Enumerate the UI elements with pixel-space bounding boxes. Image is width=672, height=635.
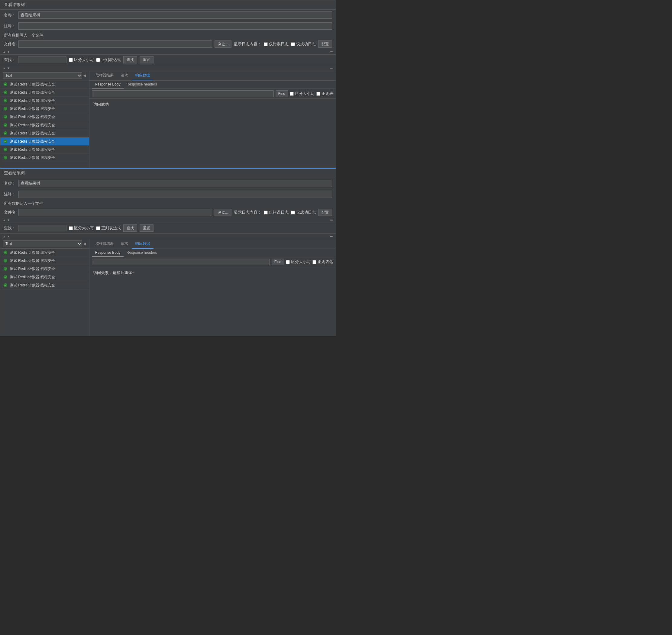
regex-check-1[interactable] [96, 58, 100, 62]
log-display-label-1: 显示日志内容： [234, 41, 261, 47]
regex-checkbox-2[interactable]: 正则表达式 [96, 225, 121, 231]
search-input-1[interactable] [18, 57, 66, 63]
splitter-btn-1[interactable]: ◀ [82, 73, 87, 78]
comment-input-2[interactable] [18, 191, 332, 198]
name-label-1: 名称： [4, 13, 16, 18]
list-item-2-4[interactable]: 测试 Redis 计数器-线程安全 [0, 281, 89, 289]
list-item-1-6[interactable]: 测试 Redis 计数器-线程安全 [0, 129, 89, 137]
splitter-btn-2[interactable]: ◀ [82, 242, 87, 246]
tab-request-2[interactable]: 请求 [117, 239, 132, 249]
name-label-2: 名称： [4, 181, 16, 186]
find-case-checkbox-2[interactable]: 区分大小写 [286, 259, 311, 265]
arrow-down-1b[interactable]: ▼ [7, 66, 10, 70]
dots-2a: ••• [330, 218, 333, 222]
success-only-checkbox-2[interactable]: 仅成功日志 [291, 210, 316, 215]
find-btn2-2[interactable]: Find [272, 259, 284, 265]
list-item-1-2[interactable]: 测试 Redis 计数器-线程安全 [0, 97, 89, 105]
error-only-check-2[interactable] [264, 211, 268, 215]
arrow-up-1a[interactable]: ▲ [3, 50, 6, 53]
find-regex-checkbox-1[interactable]: 正则表 [316, 91, 333, 96]
dropdown-select-1[interactable]: Text [3, 72, 82, 79]
regex-check-2[interactable] [96, 226, 100, 230]
error-only-label-1: 仅错误日志 [269, 41, 288, 47]
config-btn-2[interactable]: 配置 [318, 209, 332, 216]
success-only-check-1[interactable] [291, 42, 295, 46]
arrow-down-2a[interactable]: ▼ [7, 218, 10, 222]
arrow-down-2b[interactable]: ▼ [7, 235, 10, 238]
reset-btn-2[interactable]: 重置 [139, 224, 153, 232]
arrow-up-1b[interactable]: ▲ [3, 66, 6, 70]
find-case-checkbox-1[interactable]: 区分大小写 [290, 91, 315, 96]
comment-label-1: 注释： [4, 23, 16, 29]
list-item-text-2-4: 测试 Redis 计数器-线程安全 [10, 283, 55, 288]
toolbar-row-2a: ▲ ▼ ••• [0, 217, 336, 223]
file-label-1: 文件名 [4, 41, 16, 47]
shield-icon-2-0 [3, 250, 8, 255]
find-input-2[interactable] [92, 259, 270, 265]
shield-icon-1-4 [3, 114, 8, 119]
find-case-check-2[interactable] [286, 260, 290, 264]
list-item-1-4[interactable]: 测试 Redis 计数器-线程安全 [0, 113, 89, 121]
tab-sampler-result-2[interactable]: 取样器结果 [92, 239, 117, 249]
browse-btn-2[interactable]: 浏览... [215, 209, 232, 216]
tab-request-1[interactable]: 请求 [117, 71, 132, 80]
list-item-1-7[interactable]: 测试 Redis 计数器-线程安全 [0, 137, 89, 146]
arrow-up-2b[interactable]: ▲ [3, 235, 6, 238]
file-input-1[interactable] [18, 41, 212, 48]
error-only-checkbox-1[interactable]: 仅错误日志 [264, 41, 288, 47]
toolbar-row-1b: ▲ ▼ ••• [0, 65, 336, 71]
name-input-2[interactable] [18, 180, 332, 187]
error-only-checkbox-2[interactable]: 仅错误日志 [264, 210, 288, 215]
find-regex-checkbox-2[interactable]: 正则表达 [312, 259, 333, 265]
case-sensitive-check-1[interactable] [69, 58, 73, 62]
list-item-1-3[interactable]: 测试 Redis 计数器-线程安全 [0, 105, 89, 113]
find-input-1[interactable] [92, 90, 274, 97]
list-item-2-1[interactable]: 测试 Redis 计数器-线程安全 [0, 257, 89, 265]
list-item-1-1[interactable]: 测试 Redis 计数器-线程安全 [0, 88, 89, 97]
case-sensitive-checkbox-2[interactable]: 区分大小写 [69, 225, 94, 231]
sub-tab-response-body-1[interactable]: Response Body [92, 81, 124, 88]
arrow-down-1a[interactable]: ▼ [7, 50, 10, 53]
arrow-up-2a[interactable]: ▲ [3, 218, 6, 222]
sub-tab-response-headers-1[interactable]: Response headers [124, 81, 160, 88]
list-item-2-3[interactable]: 测试 Redis 计数器-线程安全 [0, 273, 89, 281]
name-input-1[interactable] [18, 12, 332, 19]
list-item-2-0[interactable]: 测试 Redis 计数器-线程安全 [0, 249, 89, 257]
shield-icon-1-1 [3, 90, 8, 95]
tab-sampler-result-1[interactable]: 取样器结果 [92, 71, 117, 80]
regex-checkbox-1[interactable]: 正则表达式 [96, 57, 121, 63]
error-only-check-1[interactable] [264, 42, 268, 46]
dropdown-select-2[interactable]: Text [3, 240, 82, 247]
find-case-check-1[interactable] [290, 92, 294, 96]
sub-tab-response-headers-2[interactable]: Response headers [124, 249, 160, 257]
list-item-1-5[interactable]: 测试 Redis 计数器-线程安全 [0, 121, 89, 129]
tab-response-data-1[interactable]: 响应数据 [132, 71, 153, 80]
comment-input-1[interactable] [18, 22, 332, 29]
success-only-checkbox-1[interactable]: 仅成功日志 [291, 41, 316, 47]
success-only-check-2[interactable] [291, 211, 295, 215]
config-btn-1[interactable]: 配置 [318, 41, 332, 48]
search-input-2[interactable] [18, 225, 66, 232]
find-regex-check-2[interactable] [312, 260, 316, 264]
shield-icon-1-9 [3, 155, 8, 160]
find-regex-check-1[interactable] [316, 92, 320, 96]
list-item-text-1-9: 测试 Redis 计数器-线程安全 [10, 155, 55, 160]
list-item-1-9[interactable]: 测试 Redis 计数器-线程安全 [0, 154, 89, 162]
browse-btn-1[interactable]: 浏览... [215, 41, 232, 48]
case-sensitive-check-2[interactable] [69, 226, 73, 230]
tab-response-data-2[interactable]: 响应数据 [132, 239, 153, 249]
dots-2b: ••• [330, 235, 333, 238]
find-btn-2[interactable]: 查找 [123, 224, 137, 232]
sub-tab-response-body-2[interactable]: Response Body [92, 249, 124, 257]
response-body-2: 访问失败，请稍后重试~ [89, 267, 336, 336]
regex-label-1: 正则表达式 [101, 57, 121, 63]
list-item-2-2[interactable]: 测试 Redis 计数器-线程安全 [0, 265, 89, 273]
left-panel-header-2: Text ◀ [0, 239, 89, 249]
reset-btn-1[interactable]: 重置 [139, 56, 153, 63]
file-input-2[interactable] [18, 209, 212, 216]
list-item-1-0[interactable]: 测试 Redis 计数器-线程安全 [0, 80, 89, 88]
find-btn-1[interactable]: 查找 [123, 56, 137, 63]
case-sensitive-checkbox-1[interactable]: 区分大小写 [69, 57, 94, 63]
find-btn2-1[interactable]: Find [276, 90, 288, 97]
list-item-1-8[interactable]: 测试 Redis 计数器-线程安全 [0, 146, 89, 154]
